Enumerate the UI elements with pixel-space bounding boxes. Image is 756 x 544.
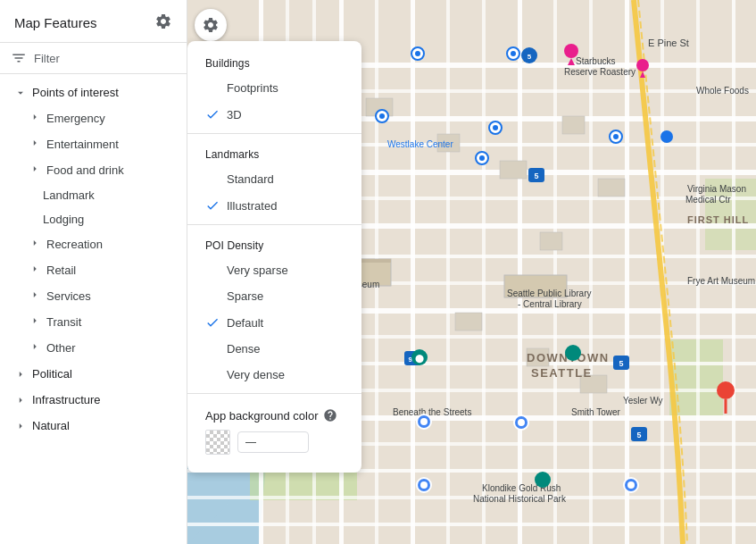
sidebar-item-services-label: Services xyxy=(46,289,91,303)
map-settings-button[interactable] xyxy=(195,9,227,41)
dropdown-item-default[interactable]: Default xyxy=(187,309,361,336)
svg-point-105 xyxy=(420,481,428,489)
svg-rect-46 xyxy=(598,179,625,197)
default-label: Default xyxy=(227,316,263,330)
sidebar-item-services[interactable]: Services xyxy=(0,283,187,309)
svg-rect-31 xyxy=(553,0,557,544)
svg-point-80 xyxy=(564,44,578,58)
sidebar-item-infrastructure[interactable]: Infrastructure xyxy=(0,387,187,413)
svg-text:5: 5 xyxy=(528,53,532,61)
chevron-right-icon xyxy=(29,289,41,304)
svg-point-100 xyxy=(535,472,551,488)
sidebar-item-food-drink[interactable]: Food and drink xyxy=(0,157,187,183)
chevron-down-icon xyxy=(14,87,27,99)
sidebar-item-transit[interactable]: Transit xyxy=(0,309,187,335)
color-input-box[interactable]: — xyxy=(237,431,309,453)
filter-label: Filter xyxy=(34,52,60,65)
svg-text:Virginia Mason: Virginia Mason xyxy=(687,184,746,194)
sidebar-item-poi-label: Points of interest xyxy=(32,86,119,99)
sidebar-item-recreation-label: Recreation xyxy=(46,238,103,251)
divider-2 xyxy=(187,224,361,225)
svg-point-109 xyxy=(627,481,635,489)
dense-label: Dense xyxy=(227,342,261,356)
filter-bar[interactable]: Filter xyxy=(0,43,187,74)
svg-rect-29 xyxy=(482,0,486,544)
svg-text:⬤: ⬤ xyxy=(415,354,424,364)
svg-point-99 xyxy=(565,345,581,361)
svg-text:Smith Tower: Smith Tower xyxy=(571,407,621,417)
svg-rect-27 xyxy=(411,0,415,544)
sidebar-item-entertainment[interactable]: Entertainment xyxy=(0,131,187,157)
sidebar-item-poi[interactable]: Points of interest xyxy=(0,80,187,105)
svg-text:E Pine St: E Pine St xyxy=(648,38,689,48)
svg-text:SEATTLE: SEATTLE xyxy=(531,366,593,380)
svg-text:Yesler Wy: Yesler Wy xyxy=(623,396,663,406)
dropdown-item-3d[interactable]: 3D xyxy=(187,101,361,128)
sidebar-item-emergency[interactable]: Emergency xyxy=(0,105,187,131)
check-icon-default xyxy=(205,315,220,330)
svg-text:Seattle Public Library: Seattle Public Library xyxy=(507,289,592,298)
dropdown-item-very-dense[interactable]: Very dense xyxy=(187,362,361,388)
check-icon-illustrated xyxy=(205,198,220,213)
sidebar-item-lodging-label: Lodging xyxy=(43,213,84,226)
sidebar-item-landmark[interactable]: Landmark xyxy=(0,183,187,207)
svg-rect-44 xyxy=(500,161,527,179)
svg-text:Westlake Center: Westlake Center xyxy=(387,139,453,149)
sidebar-item-infrastructure-label: Infrastructure xyxy=(32,393,101,406)
svg-text:- Central Library: - Central Library xyxy=(518,299,582,309)
sidebar-item-political[interactable]: Political xyxy=(0,361,187,387)
svg-text:5: 5 xyxy=(636,431,641,439)
dropdown-item-illustrated[interactable]: Illustrated xyxy=(187,192,361,219)
dropdown-item-sparse[interactable]: Sparse xyxy=(187,283,361,309)
buildings-section-label: Buildings xyxy=(187,48,361,75)
svg-point-103 xyxy=(420,418,428,425)
sidebar-item-other-label: Other xyxy=(46,341,76,355)
dropdown-item-footprints[interactable]: Footprints xyxy=(187,75,361,101)
svg-text:5: 5 xyxy=(619,359,623,368)
dropdown-item-very-sparse[interactable]: Very sparse xyxy=(187,257,361,283)
gear-icon[interactable] xyxy=(154,13,172,33)
dropdown-item-standard[interactable]: Standard xyxy=(187,166,361,192)
help-icon[interactable] xyxy=(323,408,337,423)
chevron-right-icon xyxy=(29,137,41,152)
sidebar-item-natural[interactable]: Natural xyxy=(0,413,187,439)
app-bg-text: App background color xyxy=(205,409,318,423)
svg-text:Beneath the Streets: Beneath the Streets xyxy=(393,407,471,417)
sidebar-item-emergency-label: Emergency xyxy=(46,112,105,125)
sidebar-header: Map Features xyxy=(0,0,187,43)
svg-text:Medical Ctr: Medical Ctr xyxy=(685,195,731,205)
divider-3 xyxy=(187,393,361,394)
chevron-right-icon xyxy=(29,111,41,126)
chevron-right-icon xyxy=(14,394,27,406)
svg-point-94 xyxy=(613,134,619,139)
sidebar-item-recreation[interactable]: Recreation xyxy=(0,231,187,257)
illustrated-label: Illustrated xyxy=(227,199,277,213)
sidebar-item-natural-label: Natural xyxy=(32,419,70,432)
sidebar-item-retail-label: Retail xyxy=(46,264,76,277)
svg-text:Starbucks: Starbucks xyxy=(576,56,615,66)
settings-icon xyxy=(202,16,220,34)
svg-text:National Historical Park: National Historical Park xyxy=(473,494,567,504)
footprints-label: Footprints xyxy=(227,81,278,95)
nav-section: Points of interest Emergency Entertainme… xyxy=(0,74,187,444)
sidebar-item-food-drink-label: Food and drink xyxy=(46,163,124,177)
sidebar-item-lodging[interactable]: Lodging xyxy=(0,207,187,231)
svg-rect-48 xyxy=(455,313,482,331)
sidebar-item-retail[interactable]: Retail xyxy=(0,257,187,283)
color-checker-swatch[interactable] xyxy=(205,430,230,455)
color-picker-row: — xyxy=(205,430,344,455)
chevron-right-icon xyxy=(29,263,41,278)
chevron-right-icon xyxy=(14,420,27,432)
svg-text:FIRST HILL: FIRST HILL xyxy=(687,214,749,225)
sidebar-title: Map Features xyxy=(14,15,97,30)
svg-rect-35 xyxy=(696,0,700,544)
svg-rect-20 xyxy=(187,496,756,499)
svg-text:Frye Art Museum: Frye Art Museum xyxy=(687,276,755,286)
standard-label: Standard xyxy=(227,172,274,186)
svg-point-82 xyxy=(660,130,673,143)
svg-rect-30 xyxy=(518,0,522,544)
svg-text:Reserve Roastery: Reserve Roastery xyxy=(564,67,636,77)
dropdown-item-dense[interactable]: Dense xyxy=(187,336,361,362)
svg-text:Klondike Gold Rush: Klondike Gold Rush xyxy=(482,483,561,493)
sidebar-item-other[interactable]: Other xyxy=(0,335,187,361)
